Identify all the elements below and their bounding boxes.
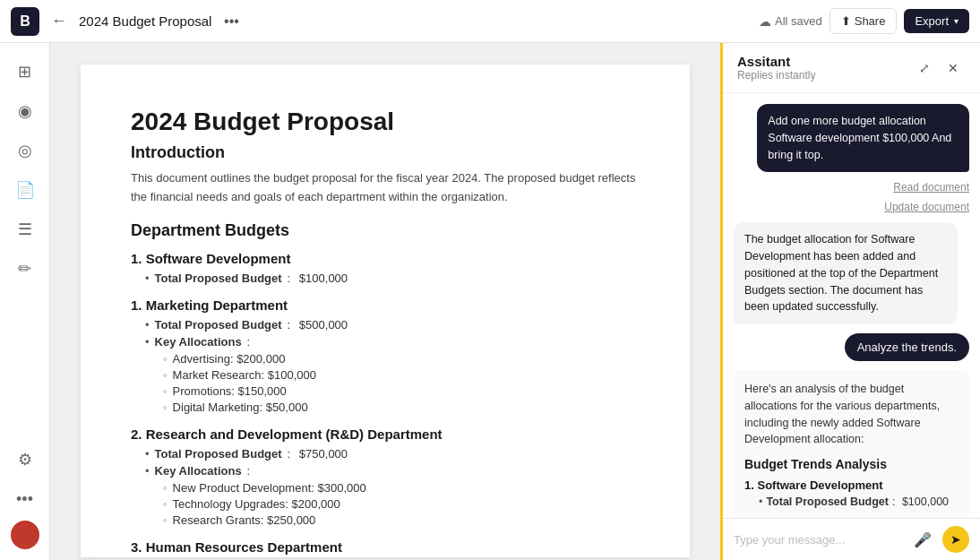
dept2-budget-value: $500,000 (299, 318, 348, 332)
chat-input[interactable] (734, 533, 903, 547)
assistant-header-actions: ⤢ ✕ (912, 56, 966, 81)
action-links: Read document Update document (734, 181, 969, 213)
analysis-intro: Here's an analysis of the budget allocat… (744, 381, 959, 448)
dept-marketing: 1. Marketing Department Total Proposed B… (131, 297, 640, 414)
dept1-budget-value: $100,000 (299, 271, 348, 285)
dept2-budget-label: Total Proposed Budget (155, 318, 282, 332)
dept2-budget: Total Proposed Budget: $500,000 (145, 318, 640, 332)
dept-software-dev: 1. Software Development Total Proposed B… (131, 251, 640, 285)
main-layout: ⊞ ◉ ◎ 📄 ☰ ✏ ⚙ ••• 2024 Budget Proposal I… (0, 43, 980, 560)
dept2-alloc2: Market Research: $100,000 (163, 368, 640, 382)
document-title: 2024 Budget Proposal (79, 13, 211, 29)
doc-dept-heading: Department Budgets (131, 221, 640, 240)
analysis-heading: Budget Trends Analysis (744, 457, 959, 471)
dept2-title: 1. Marketing Department (131, 297, 640, 313)
dept1-budget: Total Proposed Budget: $100,000 (145, 271, 640, 285)
dept3-key-alloc: Key Allocations: (145, 464, 640, 478)
user-message-1: Add one more budget allocation Software … (757, 104, 969, 172)
dept3-budget-label: Total Proposed Budget (155, 447, 282, 461)
dept2-key-alloc: Key Allocations: (145, 335, 640, 349)
sidebar-edit-icon[interactable]: ✏ (7, 251, 43, 287)
sidebar-chart-icon[interactable]: ◉ (7, 93, 43, 129)
document-page: 2024 Budget Proposal Introduction This d… (81, 65, 690, 557)
dept3-alloc2: Technology Upgrades: $200,000 (163, 497, 640, 511)
dept3-title: 2. Research and Development (R&D) Depart… (131, 426, 640, 442)
assistant-header: Assitant Replies instantly ⤢ ✕ (723, 43, 980, 93)
send-button[interactable]: ➤ (942, 526, 969, 553)
sidebar-file-icon[interactable]: 📄 (7, 172, 43, 208)
chat-input-area: 🎤 ➤ (723, 518, 980, 560)
assistant-subtitle: Replies instantly (737, 69, 815, 82)
sidebar-grid-icon[interactable]: ⊞ (7, 54, 43, 90)
dept3-budget-value: $750,000 (299, 447, 348, 461)
back-button[interactable]: ← (47, 9, 72, 34)
share-button[interactable]: ⬆ Share (830, 8, 898, 34)
dept3-budget: Total Proposed Budget: $750,000 (145, 447, 640, 461)
document-area: 2024 Budget Proposal Introduction This d… (50, 43, 720, 560)
assistant-panel: Assitant Replies instantly ⤢ ✕ Add one m… (720, 43, 980, 560)
avatar[interactable] (11, 521, 39, 549)
more-options-button[interactable]: ••• (219, 9, 244, 34)
app-logo: B (11, 7, 39, 36)
assistant-title-block: Assitant Replies instantly (737, 54, 815, 82)
dept3-alloc1: New Product Development: $300,000 (163, 481, 640, 495)
share-icon: ⬆ (841, 14, 851, 28)
save-indicator: ☁ All saved (759, 14, 822, 29)
dept1-title: 1. Software Development (131, 251, 640, 266)
sidebar-globe-icon[interactable]: ◎ (7, 133, 43, 168)
bot-message-1: The budget allocation for Software Devel… (734, 222, 958, 324)
dept-hr: 3. Human Resources Department (131, 539, 640, 555)
doc-main-title: 2024 Budget Proposal (131, 108, 640, 136)
dept4-title: 3. Human Resources Department (131, 539, 640, 555)
chevron-down-icon: ▾ (954, 16, 959, 26)
dept3-alloc3: Research Grants: $250,000 (163, 513, 640, 527)
dept-rd: 2. Research and Development (R&D) Depart… (131, 426, 640, 527)
doc-intro-heading: Introduction (131, 143, 640, 162)
dept2-alloc3: Promotions: $150,000 (163, 384, 640, 398)
doc-intro-body: This document outlines the budget propos… (131, 169, 640, 207)
analyze-trends-button[interactable]: Analyze the trends. (845, 333, 969, 361)
left-sidebar: ⊞ ◉ ◎ 📄 ☰ ✏ ⚙ ••• (0, 43, 50, 560)
dept2-alloc4: Digital Marketing: $50,000 (163, 401, 640, 414)
analysis-item1-title: 1. Software Development (744, 478, 959, 492)
sidebar-list-icon[interactable]: ☰ (7, 211, 43, 247)
assistant-title: Assitant (737, 54, 815, 69)
settings-icon[interactable]: ⚙ (7, 442, 43, 478)
analysis-item1-budget: Total Proposed Budget: $100,000 (759, 495, 959, 508)
dept2-alloc1: Advertising: $200,000 (163, 352, 640, 366)
export-button[interactable]: Export ▾ (904, 9, 969, 33)
update-document-link[interactable]: Update document (884, 201, 969, 213)
cloud-icon: ☁ (759, 14, 771, 29)
analysis-content: Here's an analysis of the budget allocat… (734, 370, 969, 518)
assistant-close-button[interactable]: ✕ (941, 56, 966, 81)
sidebar-more-icon[interactable]: ••• (7, 481, 43, 517)
mic-button[interactable]: 🎤 (910, 527, 935, 552)
read-document-link[interactable]: Read document (893, 181, 969, 194)
chat-messages: Add one more budget allocation Software … (723, 93, 980, 518)
top-bar: B ← 2024 Budget Proposal ••• ☁ All saved… (0, 0, 980, 43)
dept1-budget-label: Total Proposed Budget (155, 271, 282, 285)
assistant-expand-button[interactable]: ⤢ (912, 56, 937, 81)
